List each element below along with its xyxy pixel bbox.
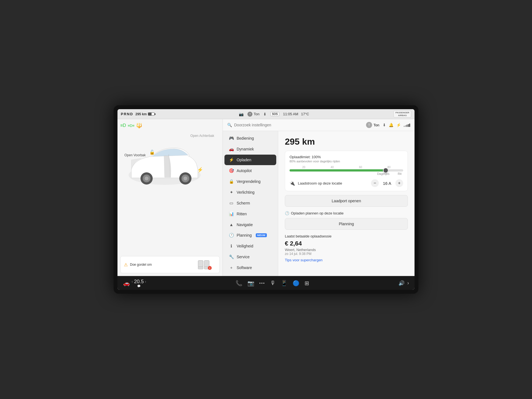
verlichting-icon: ✦ [229, 190, 234, 195]
phone-icon[interactable]: 📞 [236, 280, 242, 287]
prev-speed-arrow[interactable]: ‹ [132, 279, 133, 284]
right-panel: 🔍 T Ton ⬇ 🔔 ⚡ [223, 119, 415, 276]
increase-current-button[interactable]: + [395, 179, 403, 187]
battery-icon [148, 112, 155, 116]
car-view-area: Open Voorbak Open Achterbak 🔓 ⚡ [120, 131, 220, 256]
bottom-right: 🔊 › [398, 280, 409, 286]
charge-current-row: 🔌 Laadstroom op deze locatie − 16 A + [290, 179, 403, 187]
clock-icon: 🕐 [285, 211, 289, 215]
charge-limit-sub: 80% aanbevolen voor dagelijks rijden [290, 160, 403, 163]
nav-service[interactable]: 🔧 Service [224, 252, 276, 262]
nav-autopilot[interactable]: 🎯 Autopilot [224, 165, 276, 176]
left-panel: ≡D ≡D≡ 🔱 Open Voorbak Open Achterbak 🔓 [117, 119, 223, 276]
nav-bediening[interactable]: 🎮 Bediening [224, 133, 276, 144]
volume-icon[interactable]: 🔊 [398, 280, 405, 286]
nav-autopilot-label: Autopilot [237, 168, 252, 173]
planning-button[interactable]: Planning [285, 218, 408, 230]
autopilot-icon: 🎯 [229, 168, 234, 173]
nav-bediening-label: Bediening [237, 136, 254, 140]
last-session: Laatst betaalde oplaadsessie € 2,64 Weer… [285, 234, 408, 262]
decrease-current-button[interactable]: − [371, 179, 379, 187]
airbag-badge: PASSENGER AIRBAG [393, 111, 411, 117]
status-center: 📷 T Ton ⬇ SOS 11:05 AM 17°C [157, 112, 391, 117]
nav-dynamiek[interactable]: 🚗 Dynamiek [224, 144, 276, 154]
nav-ritten[interactable]: 📊 Ritten [224, 209, 276, 219]
arrow-right-icon[interactable]: › [407, 280, 409, 286]
seatbelt-icon: 🔱 [136, 122, 142, 129]
service-icon: 🔧 [229, 254, 234, 259]
slider-track[interactable] [290, 169, 403, 172]
next-speed-arrow[interactable]: › [145, 279, 146, 284]
bell-icon[interactable]: 🔔 [389, 123, 393, 127]
camera-bottom-icon[interactable]: 📷 [247, 280, 254, 287]
opladen-icon: ⚡ [229, 157, 234, 162]
sos-badge[interactable]: SOS [270, 112, 279, 116]
svg-point-4 [145, 177, 149, 180]
user-info-statusbar[interactable]: T Ton [247, 112, 259, 117]
speed-value: 20.5 [134, 279, 144, 285]
nav-menu: 🎮 Bediening 🚗 Dynamiek ⚡ Opladen 🎯 [223, 131, 278, 276]
nav-ritten-label: Ritten [237, 212, 247, 216]
nav-planning-label: Planning [237, 233, 252, 237]
search-right-area: T Ton ⬇ 🔔 ⚡ [366, 122, 410, 128]
camera-icon[interactable]: 📷 [239, 112, 244, 116]
nav-scherm[interactable]: ▭ Scherm [224, 198, 276, 208]
download-icon-statusbar[interactable]: ⬇ [263, 112, 267, 116]
search-icon: 🔍 [227, 123, 232, 127]
search-input[interactable] [234, 123, 364, 127]
grid-icon[interactable]: ⊞ [305, 280, 309, 287]
main-content: ≡D ≡D≡ 🔱 Open Voorbak Open Achterbak 🔓 [117, 119, 415, 276]
download-icon[interactable]: ⬇ [383, 123, 386, 127]
nav-service-label: Service [237, 255, 250, 259]
podcast-icon[interactable]: 🎙 [270, 280, 276, 286]
nav-vergrendeling[interactable]: 🔒 Vergrendeling [224, 176, 276, 187]
nav-planning[interactable]: 🕐 Planning NIEUW [224, 230, 276, 241]
label-achterbak[interactable]: Open Achterbak [190, 134, 214, 138]
seat-diagram: ! [197, 259, 216, 270]
header-icons: ⬇ 🔔 ⚡ [383, 123, 410, 127]
planning-section: 🕐 Opladen plannen op deze locatie Planni… [285, 211, 408, 230]
laadport-button[interactable]: Laadport openen [285, 195, 408, 207]
current-control: − 16 A + [371, 179, 403, 187]
nav-software[interactable]: + Software [224, 262, 276, 273]
nav-opladen[interactable]: ⚡ Opladen [224, 155, 276, 165]
svg-point-7 [183, 177, 187, 180]
bottom-left: 🚗 ‹ 20.5 › 💬 [123, 279, 146, 288]
nav-navigatie[interactable]: ▲ Navigatie [224, 219, 276, 230]
charge-plug-icon: 🔌 [290, 181, 295, 186]
app-icon[interactable]: 📱 [281, 280, 288, 287]
charge-slider-container: 20 40 60 80 Dagelijks R [290, 166, 403, 175]
nav-veiligheid[interactable]: ℹ Veiligheid [224, 241, 276, 251]
status-bar: PRND 295 km 📷 T Ton ⬇ SOS 11:05 AM [117, 109, 415, 119]
time-display: 11:05 AM [283, 112, 298, 116]
nav-verlichting-label: Verlichting [237, 190, 255, 195]
nav-verlichting[interactable]: ✦ Verlichting [224, 187, 276, 198]
seatbelt-warning: ⚠ Doe gordel om ! [120, 256, 220, 273]
bluetooth-icon[interactable]: ⚡ [396, 123, 401, 127]
nav-software-label: Software [237, 265, 252, 270]
car-icon: 🚗 [123, 280, 130, 287]
status-left: PRND 295 km [121, 112, 155, 116]
car-silhouette [120, 142, 209, 192]
more-icon[interactable]: ••• [259, 281, 265, 285]
bediening-icon: 🎮 [229, 136, 234, 141]
nieuw-badge: NIEUW [256, 233, 267, 237]
warning-icon: ⚠ [124, 262, 128, 267]
last-session-title: Laatst betaalde oplaadsessie [285, 234, 408, 238]
session-date: zo 14 jul. 9:38 PM [285, 252, 408, 256]
bluetooth-bottom-icon[interactable]: 🔵 [293, 280, 300, 287]
speed-display: ‹ 20.5 › [132, 279, 146, 285]
dynamiek-icon: 🚗 [229, 147, 234, 152]
gear-indicators: ≡D ≡D≡ 🔱 [120, 122, 220, 131]
nav-veiligheid-label: Veiligheid [237, 244, 253, 248]
user-avatar: T [366, 122, 372, 128]
range-km: 295 km [135, 112, 147, 116]
bottom-bar: 🚗 ‹ 20.5 › 💬 📞 📷 ••• 🎙 📱 🔵 ⊞ [117, 276, 415, 290]
user-profile-header[interactable]: T Ton [366, 122, 379, 128]
svg-rect-9 [198, 267, 203, 269]
supercharger-link[interactable]: Tips voor superchargen [285, 258, 323, 262]
daily-label: Dagelijks [377, 172, 390, 175]
prnd-display: PRND [121, 112, 133, 116]
planning-label: 🕐 Opladen plannen op deze locatie [285, 211, 408, 215]
trip-label: Rit [398, 172, 401, 175]
